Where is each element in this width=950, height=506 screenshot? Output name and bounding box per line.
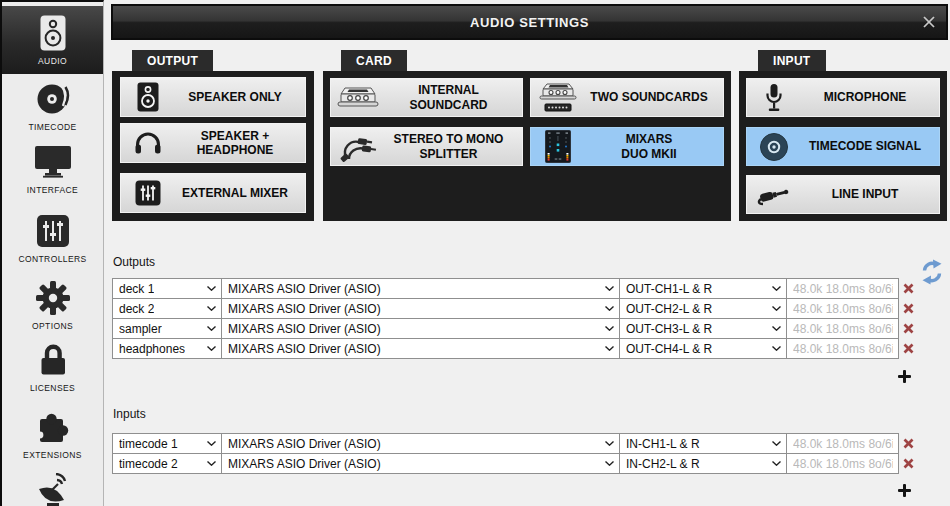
output-row-2-channel-select[interactable]: sampler (112, 318, 222, 339)
chevron-down-icon (772, 461, 781, 466)
output-row-0-channel-select[interactable]: deck 1 (112, 278, 222, 299)
sidebar-item-options[interactable]: OPTIONS (2, 279, 103, 331)
output-row-3-driver-select[interactable]: MIXARS ASIO Driver (ASIO) (221, 338, 620, 359)
delete-row-icon[interactable] (900, 278, 917, 299)
chevron-down-icon (772, 306, 781, 311)
mixars-duo-mkii-button[interactable]: MIXARS DUO MKII (530, 127, 724, 166)
sidebar-item-controllers[interactable]: CONTROLLERS (2, 212, 103, 264)
output-section-tab: OUTPUT (132, 50, 213, 72)
microphone-button[interactable]: MICROPHONE (746, 78, 940, 117)
output-row-1-channel-select[interactable]: deck 2 (112, 298, 222, 319)
chevron-down-icon (605, 461, 614, 466)
two-soundcards-icon (531, 82, 585, 114)
input-row-0-port-select[interactable]: IN-CH1-L & R (619, 433, 787, 454)
sidebar-item-label: LICENSES (2, 383, 103, 393)
input-row-1-status: 48.0k 18.0ms 8o/6i (786, 453, 899, 474)
stereo-to-mono-splitter-button[interactable]: STEREO TO MONO SPLITTER (330, 127, 523, 166)
delete-row-icon[interactable] (900, 298, 917, 319)
chevron-down-icon (207, 326, 216, 331)
speaker-plus-headphone-button[interactable]: SPEAKER + HEADPHONE (120, 123, 306, 163)
input-row: timecode 1 MIXARS ASIO Driver (ASIO) IN-… (112, 433, 917, 454)
sidebar-item-label: CONTROLLERS (2, 254, 103, 264)
delete-row-icon[interactable] (900, 453, 917, 474)
chevron-down-icon (605, 286, 614, 291)
chevron-down-icon (207, 461, 216, 466)
delete-row-icon[interactable] (900, 338, 917, 359)
speaker-only-button[interactable]: SPEAKER ONLY (120, 77, 306, 117)
output-row-0-driver-select[interactable]: MIXARS ASIO Driver (ASIO) (221, 278, 620, 299)
output-row-3-channel-select[interactable]: headphones (112, 338, 222, 359)
output-row-1-status: 48.0k 18.0ms 8o/6i (786, 298, 899, 319)
button-label: TIMECODE SIGNAL (801, 139, 939, 153)
chevron-down-icon (207, 441, 216, 446)
card-section-tab: CARD (341, 50, 407, 72)
chevron-down-icon (605, 306, 614, 311)
sidebar: AUDIO TIMECODE (0, 0, 104, 506)
output-row-2-driver-select[interactable]: MIXARS ASIO Driver (ASIO) (221, 318, 620, 339)
button-label: MICROPHONE (801, 90, 939, 104)
button-label: SPEAKER ONLY (175, 90, 305, 104)
chevron-down-icon (207, 346, 216, 351)
output-row-3-port-select[interactable]: OUT-CH4-L & R (619, 338, 787, 359)
output-row-3-status: 48.0k 18.0ms 8o/6i (786, 338, 899, 359)
line-jack-icon (747, 183, 801, 207)
chevron-down-icon (772, 346, 781, 351)
mixer-faders-icon (2, 212, 103, 250)
output-row-2-port-select[interactable]: OUT-CH3-L & R (619, 318, 787, 339)
sidebar-item-extensions[interactable]: EXTENSIONS (2, 408, 103, 460)
input-row-0-driver-select[interactable]: MIXARS ASIO Driver (ASIO) (221, 433, 620, 454)
input-row-0-channel-select[interactable]: timecode 1 (112, 433, 222, 454)
output-row: headphones MIXARS ASIO Driver (ASIO) OUT… (112, 338, 917, 359)
speaker-icon (121, 82, 175, 112)
delete-row-icon[interactable] (900, 318, 917, 339)
chevron-down-icon (207, 286, 216, 291)
add-output-row-icon[interactable] (898, 369, 911, 382)
delete-row-icon[interactable] (900, 433, 917, 454)
soundcard-icon (331, 86, 385, 110)
refresh-icon[interactable] (921, 259, 943, 285)
outputs-rows: deck 1 MIXARS ASIO Driver (ASIO) OUT-CH1… (112, 278, 917, 359)
sidebar-item-label: AUDIO (2, 56, 103, 66)
button-label: MIXARS DUO MKII (585, 132, 723, 161)
dialog-title: AUDIO SETTINGS (470, 15, 589, 30)
sidebar-item-audio[interactable]: AUDIO (2, 6, 103, 74)
external-mixer-button[interactable]: EXTERNAL MIXER (120, 173, 306, 213)
output-panel: SPEAKER ONLY SPEAKER + HEADPHONE (112, 71, 314, 221)
button-label: LINE INPUT (801, 187, 939, 201)
inputs-group-label: Inputs (113, 407, 146, 421)
audio-settings-window: AUDIO TIMECODE (0, 0, 950, 506)
chevron-down-icon (772, 286, 781, 291)
output-row-1-port-select[interactable]: OUT-CH2-L & R (619, 298, 787, 319)
satellite-dish-icon (2, 472, 103, 506)
output-row-0-port-select[interactable]: OUT-CH1-L & R (619, 278, 787, 299)
line-input-button[interactable]: LINE INPUT (746, 175, 940, 214)
input-row-1-driver-select[interactable]: MIXARS ASIO Driver (ASIO) (221, 453, 620, 474)
lock-icon (2, 341, 103, 379)
button-label: SPEAKER + HEADPHONE (175, 129, 305, 158)
button-label: STEREO TO MONO SPLITTER (385, 132, 522, 161)
input-row-0-status: 48.0k 18.0ms 8o/6i (786, 433, 899, 454)
output-row-1-driver-select[interactable]: MIXARS ASIO Driver (ASIO) (221, 298, 620, 319)
input-row-1-port-select[interactable]: IN-CH2-L & R (619, 453, 787, 474)
sidebar-item-timecode[interactable]: TIMECODE (2, 80, 103, 132)
mixars-duo-device-icon (531, 130, 585, 163)
sidebar-item-broadcast[interactable] (2, 472, 103, 506)
monitor-icon (2, 143, 103, 181)
two-soundcards-button[interactable]: TWO SOUNDCARDS (530, 78, 724, 117)
add-input-row-icon[interactable] (898, 483, 911, 496)
sidebar-item-licenses[interactable]: LICENSES (2, 341, 103, 393)
output-row: deck 1 MIXARS ASIO Driver (ASIO) OUT-CH1… (112, 278, 917, 299)
close-icon[interactable] (922, 15, 936, 29)
microphone-icon (747, 83, 801, 113)
output-row: sampler MIXARS ASIO Driver (ASIO) OUT-CH… (112, 318, 917, 339)
timecode-disc-icon (747, 132, 801, 162)
timecode-signal-button[interactable]: TIMECODE SIGNAL (746, 127, 940, 166)
sidebar-item-label: EXTENSIONS (2, 450, 103, 460)
input-panel: MICROPHONE TIMECODE SIGNAL (739, 71, 947, 221)
input-row-1-channel-select[interactable]: timecode 2 (112, 453, 222, 474)
vinyl-icon (2, 80, 103, 118)
output-row-0-status: 48.0k 18.0ms 8o/6i (786, 278, 899, 299)
sidebar-item-interface[interactable]: INTERFACE (2, 143, 103, 195)
chevron-down-icon (772, 441, 781, 446)
internal-soundcard-button[interactable]: INTERNAL SOUNDCARD (330, 78, 523, 117)
